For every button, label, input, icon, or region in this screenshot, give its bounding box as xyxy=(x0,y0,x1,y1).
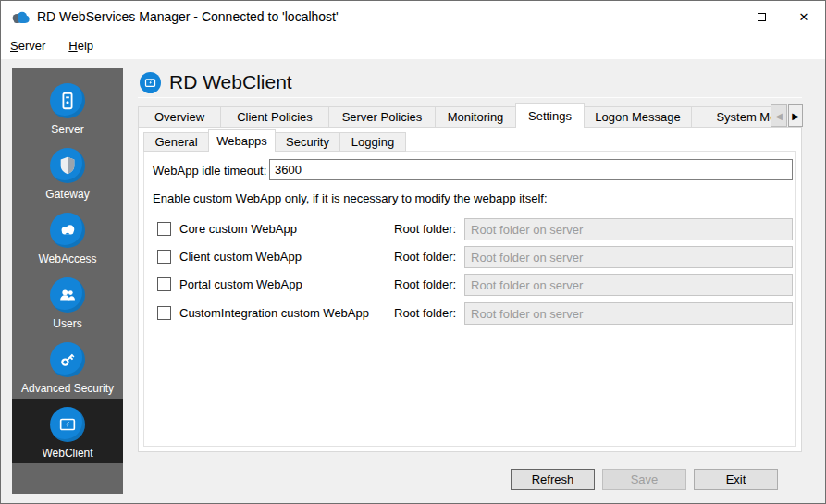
customintegration-webapp-checkbox[interactable] xyxy=(157,306,171,320)
save-button: Save xyxy=(602,469,686,490)
window-title: RD WebServices Manager - Connected to 'l… xyxy=(37,9,339,24)
close-button[interactable]: ✕ xyxy=(783,1,825,32)
subtab-security[interactable]: Security xyxy=(275,132,340,152)
checkbox-label: Portal custom WebApp xyxy=(179,277,302,291)
tab-client-policies[interactable]: Client Policies xyxy=(220,106,329,128)
root-folder-label: Root folder: xyxy=(394,222,456,236)
root-folder-label: Root folder: xyxy=(394,306,456,320)
sidebar-label: Advanced Security xyxy=(21,382,114,395)
custom-webapp-note: Enable custom WebApp only, if it is nece… xyxy=(153,191,548,205)
tab-server-policies[interactable]: Server Policies xyxy=(328,106,436,128)
core-webapp-checkbox[interactable] xyxy=(157,222,171,236)
sidebar-item-advanced-security[interactable]: Advanced Security xyxy=(12,334,123,399)
sidebar-label: Gateway xyxy=(45,188,89,201)
maximize-icon xyxy=(758,13,766,21)
webclient-monitor-icon xyxy=(140,72,161,93)
webapp-row-portal: Portal custom WebApp Root folder: xyxy=(144,274,795,296)
tab-system-messages[interactable]: System Messa xyxy=(691,106,772,128)
subtab-general[interactable]: General xyxy=(143,132,209,152)
menu-item-help[interactable]: Help xyxy=(66,35,103,56)
client-webapp-checkbox[interactable] xyxy=(157,250,171,264)
window-controls: — ✕ xyxy=(697,1,825,32)
sidebar-label: Server xyxy=(51,123,83,136)
title-bar: RD WebServices Manager - Connected to 'l… xyxy=(1,1,825,32)
tab-monitoring[interactable]: Monitoring xyxy=(435,106,516,128)
close-icon: ✕ xyxy=(799,10,809,24)
core-root-folder-input xyxy=(464,218,793,240)
tab-logon-message[interactable]: Logon Message xyxy=(584,106,692,128)
sidebar: Server Gateway WebAccess xyxy=(12,68,123,494)
idle-timeout-label: WebApp idle timeout: xyxy=(153,164,266,178)
main-tab-strip: Overview Client Policies Server Policies… xyxy=(138,103,772,128)
cloud-icon xyxy=(50,213,85,248)
minimize-icon: — xyxy=(712,9,725,24)
webapps-panel: WebApp idle timeout: Enable custom WebAp… xyxy=(143,151,796,447)
refresh-button[interactable]: Refresh xyxy=(511,469,595,490)
portal-root-folder-input xyxy=(464,274,793,296)
page-heading: RD WebClient xyxy=(140,71,292,93)
checkbox-label: Client custom WebApp xyxy=(179,250,302,264)
customintegration-root-folder-input xyxy=(464,302,793,325)
webapp-row-client: Client custom WebApp Root folder: xyxy=(144,246,795,268)
menu-item-server[interactable]: Server xyxy=(7,35,55,56)
sub-tab-strip: General Webapps Security Logging xyxy=(143,129,405,152)
key-icon xyxy=(50,342,85,377)
portal-webapp-checkbox[interactable] xyxy=(157,277,171,291)
exit-button[interactable]: Exit xyxy=(694,469,778,490)
menu-bar: Server Help xyxy=(1,32,825,59)
shield-icon xyxy=(50,148,85,183)
root-folder-label: Root folder: xyxy=(394,277,456,291)
chevron-right-icon: ▶ xyxy=(792,111,799,121)
sidebar-label: WebClient xyxy=(42,447,92,460)
tab-settings[interactable]: Settings xyxy=(515,103,585,128)
subtab-logging[interactable]: Logging xyxy=(339,132,406,152)
sidebar-item-webclient[interactable]: WebClient xyxy=(12,399,123,463)
tab-scroll-left-button: ◀ xyxy=(771,104,787,127)
checkbox-label: CustomIntegration custom WebApp xyxy=(179,306,369,320)
client-root-folder-input xyxy=(464,246,793,268)
sidebar-item-webaccess[interactable]: WebAccess xyxy=(12,204,123,269)
tab-overview[interactable]: Overview xyxy=(138,106,221,128)
webapp-row-customintegration: CustomIntegration custom WebApp Root fol… xyxy=(144,302,795,325)
chevron-left-icon: ◀ xyxy=(775,111,783,121)
webapp-row-core: Core custom WebApp Root folder: xyxy=(144,218,795,240)
users-icon xyxy=(50,277,85,313)
sidebar-label: WebAccess xyxy=(38,252,96,265)
sidebar-item-server[interactable]: Server xyxy=(12,75,123,140)
monitor-icon xyxy=(50,407,85,442)
heading-separator xyxy=(138,97,802,98)
root-folder-label: Root folder: xyxy=(394,250,456,264)
subtab-webapps[interactable]: Webapps xyxy=(208,129,276,152)
minimize-button[interactable]: — xyxy=(697,1,740,32)
sidebar-label: Users xyxy=(53,317,81,330)
sidebar-item-gateway[interactable]: Gateway xyxy=(12,140,123,204)
sidebar-item-users[interactable]: Users xyxy=(12,269,123,334)
page-title: RD WebClient xyxy=(169,71,292,93)
app-cloud-icon xyxy=(11,10,30,24)
server-icon xyxy=(50,83,85,118)
idle-timeout-input[interactable] xyxy=(269,159,793,180)
tab-scroll-right-button[interactable]: ▶ xyxy=(788,104,803,127)
app-window: RD WebServices Manager - Connected to 'l… xyxy=(0,0,826,504)
checkbox-label: Core custom WebApp xyxy=(179,222,297,236)
maximize-button[interactable] xyxy=(740,1,783,32)
